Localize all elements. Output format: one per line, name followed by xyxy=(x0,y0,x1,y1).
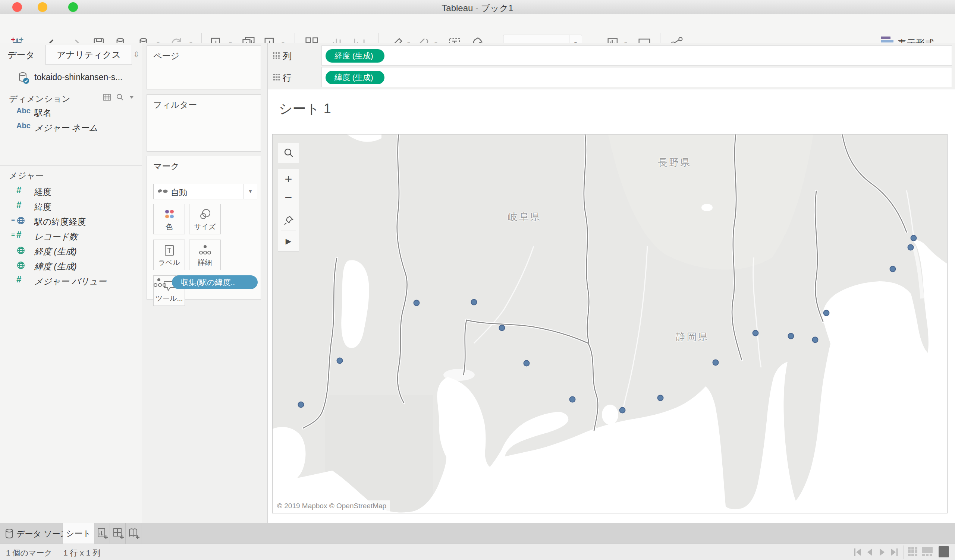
field-label: 駅の緯度経度 xyxy=(34,216,86,228)
calculated-field-prefix: = xyxy=(11,217,15,224)
status-bar-controls xyxy=(851,544,952,560)
columns-shelf-label: 列 xyxy=(283,50,291,62)
field-item[interactable]: 緯度 (生成) xyxy=(0,258,142,273)
station-mark[interactable] xyxy=(298,402,304,408)
field-label: 経度 xyxy=(34,186,52,198)
station-mark[interactable] xyxy=(890,266,896,272)
new-worksheet-tab-button[interactable] xyxy=(94,523,110,544)
new-story-tab-button[interactable] xyxy=(126,523,141,544)
number-icon: # xyxy=(16,274,29,284)
field-item[interactable]: #緯度 xyxy=(0,198,142,213)
marks-shelf-row: 収集(駅の緯度.. xyxy=(153,275,260,290)
toolbar: ▼ ▼ ▼ ▼ xyxy=(0,14,955,43)
detail-pill[interactable]: 収集(駅の緯度.. xyxy=(172,275,258,289)
station-mark[interactable] xyxy=(908,245,914,251)
filters-card-title: フィルター xyxy=(153,99,197,111)
field-label: レコード数 xyxy=(34,231,78,243)
status-bar: 1 個のマーク 1 行 x 1 列 xyxy=(0,544,955,560)
station-mark[interactable] xyxy=(337,358,343,364)
marks-button-color[interactable]: 色 xyxy=(153,204,185,234)
new-dashboard-tab-button[interactable] xyxy=(110,523,125,544)
station-mark[interactable] xyxy=(619,407,626,413)
pages-card[interactable]: ページ xyxy=(147,45,261,89)
detail-icon xyxy=(189,244,221,259)
marks-button-label: 詳細 xyxy=(189,258,221,268)
pages-card-title: ページ xyxy=(153,50,179,62)
columns-shelf-area[interactable]: 経度 (生成) xyxy=(321,45,952,66)
station-mark[interactable] xyxy=(413,300,420,306)
station-mark[interactable] xyxy=(911,235,917,242)
columns-pill[interactable]: 経度 (生成) xyxy=(326,49,384,62)
tab-data-source[interactable]: データ ソース xyxy=(0,523,63,544)
map-tools-expand-button[interactable]: ▶ xyxy=(278,231,299,251)
marks-button-label: サイズ xyxy=(189,222,221,232)
field-label: 緯度 (生成) xyxy=(34,261,77,272)
marks-card-title: マーク xyxy=(153,161,179,172)
map-view[interactable]: 長野県岐阜県静岡県 + − ▶ xyxy=(272,134,947,513)
field-item[interactable]: Abcメジャー ネーム xyxy=(0,119,142,134)
divider xyxy=(0,165,142,166)
tab-data[interactable]: データ xyxy=(8,49,35,61)
station-mark[interactable] xyxy=(823,310,830,316)
collapse-pane-icon[interactable]: ⇳ xyxy=(133,50,139,59)
mark-type-dropdown[interactable]: 自動 ▼ xyxy=(153,184,257,199)
marks-button-label[interactable]: ラベル xyxy=(153,240,185,270)
station-mark[interactable] xyxy=(812,337,819,343)
prefecture-label: 静岡県 xyxy=(676,331,709,343)
map-attribution: © 2019 Mapbox © OpenStreetMap xyxy=(273,501,390,512)
field-item[interactable]: =#レコード数 xyxy=(0,228,142,243)
color-icon xyxy=(153,208,185,223)
field-item[interactable]: 経度 (生成) xyxy=(0,243,142,258)
map-search-button[interactable] xyxy=(278,143,299,163)
rows-shelf[interactable]: 行 緯度 (生成) xyxy=(268,67,955,87)
tab-sheet-1[interactable]: シート 1 xyxy=(63,523,94,544)
tab-analytics[interactable]: アナリティクス xyxy=(45,45,132,65)
rows-pill[interactable]: 緯度 (生成) xyxy=(326,71,384,84)
field-item[interactable]: =駅の緯度経度 xyxy=(0,213,142,228)
number-icon: # xyxy=(16,185,29,195)
measure-field-list: #経度#緯度=駅の緯度経度=#レコード数経度 (生成)緯度 (生成)#メジャー … xyxy=(0,183,142,288)
globe-icon xyxy=(16,246,29,256)
station-mark[interactable] xyxy=(524,360,530,367)
filters-card[interactable]: フィルター xyxy=(147,94,261,152)
station-mark[interactable] xyxy=(712,360,719,366)
map-zoom-controls: + − ▶ xyxy=(278,169,299,252)
field-item[interactable]: #メジャー バリュー xyxy=(0,273,142,288)
station-mark[interactable] xyxy=(658,395,664,401)
dimension-field-list: Abc駅名Abcメジャー ネーム xyxy=(0,105,142,134)
filmstrip-view-icon xyxy=(922,547,933,556)
size-icon xyxy=(189,208,221,223)
zoom-in-button[interactable]: + xyxy=(278,169,299,190)
data-source-name: tokaido-shinkansen-s... xyxy=(34,72,123,82)
station-mark[interactable] xyxy=(570,396,576,403)
rows-icon xyxy=(272,73,280,81)
sheet-title[interactable]: シート 1 xyxy=(279,100,331,118)
zoom-home-pin-button[interactable] xyxy=(278,210,299,231)
station-mark[interactable] xyxy=(753,330,759,337)
grid-size: 1 行 x 1 列 xyxy=(63,548,100,558)
columns-shelf[interactable]: 列 経度 (生成) xyxy=(268,45,955,66)
view-data-grid-icon xyxy=(104,94,110,100)
station-mark[interactable] xyxy=(499,325,505,331)
rows-shelf-label: 行 xyxy=(283,72,291,84)
globe-icon xyxy=(16,261,29,270)
window-title: Tableau - ブック1 xyxy=(0,2,955,14)
marks-button-label: ツール... xyxy=(153,293,185,303)
marks-button-detail[interactable]: 詳細 xyxy=(189,240,221,270)
station-mark[interactable] xyxy=(471,299,478,306)
first-page-icon xyxy=(854,548,861,556)
data-source-item[interactable]: tokaido-shinkansen-s... xyxy=(0,68,142,87)
rows-shelf-area[interactable]: 緯度 (生成) xyxy=(321,67,952,87)
abc-icon: Abc xyxy=(16,122,29,131)
zoom-out-button[interactable]: − xyxy=(278,190,299,210)
station-mark[interactable] xyxy=(788,333,794,339)
marks-button-size[interactable]: サイズ xyxy=(189,204,221,234)
field-label: メジャー ネーム xyxy=(34,122,98,134)
mark-type-caret-icon[interactable]: ▼ xyxy=(244,184,257,199)
tableau-window: Tableau - ブック1 xyxy=(0,0,955,560)
map-basemap xyxy=(272,134,947,513)
worksheet-zone: 列 経度 (生成) 行 緯度 (生成) シート 1 xyxy=(268,43,955,523)
field-item[interactable]: Abc駅名 xyxy=(0,105,142,119)
next-page-icon xyxy=(880,548,885,556)
field-item[interactable]: #経度 xyxy=(0,183,142,198)
